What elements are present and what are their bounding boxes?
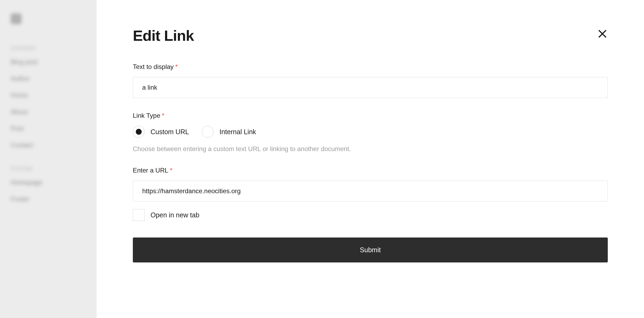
field-enter-url: Enter a URL* Open in new tab [133,167,608,221]
field-link-type: Link Type* Custom URL Internal Link Choo… [133,112,608,153]
text-to-display-input[interactable] [133,77,608,98]
label-text: Text to display [133,63,174,70]
help-text: Choose between entering a custom text UR… [133,145,608,153]
radio-internal-link[interactable]: Internal Link [202,126,256,138]
sidebar-section-label: System [11,166,86,172]
app-logo [11,13,21,24]
required-asterisk: * [170,167,172,174]
sidebar: Content Blog post Author Home About Post… [0,0,97,318]
sidebar-item[interactable]: Author [11,75,86,82]
checkbox-label: Open in new tab [151,211,199,219]
radio-button-icon [202,126,214,138]
open-new-tab-checkbox[interactable]: Open in new tab [133,209,608,221]
edit-link-modal: Edit Link Text to display* Link Type* Cu… [97,0,644,318]
sidebar-item[interactable]: Blog post [11,58,86,66]
sidebar-item[interactable]: Post [11,125,86,132]
url-input[interactable] [133,181,608,202]
sidebar-item[interactable]: Home [11,92,86,99]
sidebar-item[interactable]: Homepage [11,179,86,186]
sidebar-item[interactable]: Contact [11,141,86,149]
close-icon [597,28,608,39]
label-text: Link Type [133,112,160,119]
radio-label: Custom URL [151,128,189,136]
sidebar-item[interactable]: About [11,108,86,116]
close-button[interactable] [597,28,608,40]
field-label: Enter a URL* [133,167,608,174]
field-label: Text to display* [133,63,608,71]
radio-button-icon [133,126,145,138]
sidebar-item[interactable]: Footer [11,195,86,203]
radio-group: Custom URL Internal Link [133,126,608,138]
modal-header: Edit Link [133,27,608,44]
field-text-to-display: Text to display* [133,63,608,98]
required-asterisk: * [175,63,178,70]
sidebar-section-label: Content [11,46,86,51]
required-asterisk: * [162,112,164,119]
modal-title: Edit Link [133,27,194,44]
radio-label: Internal Link [219,128,256,136]
field-label: Link Type* [133,112,608,119]
radio-custom-url[interactable]: Custom URL [133,126,189,138]
submit-button[interactable]: Submit [133,237,608,262]
checkbox-icon [133,209,145,221]
label-text: Enter a URL [133,167,168,174]
